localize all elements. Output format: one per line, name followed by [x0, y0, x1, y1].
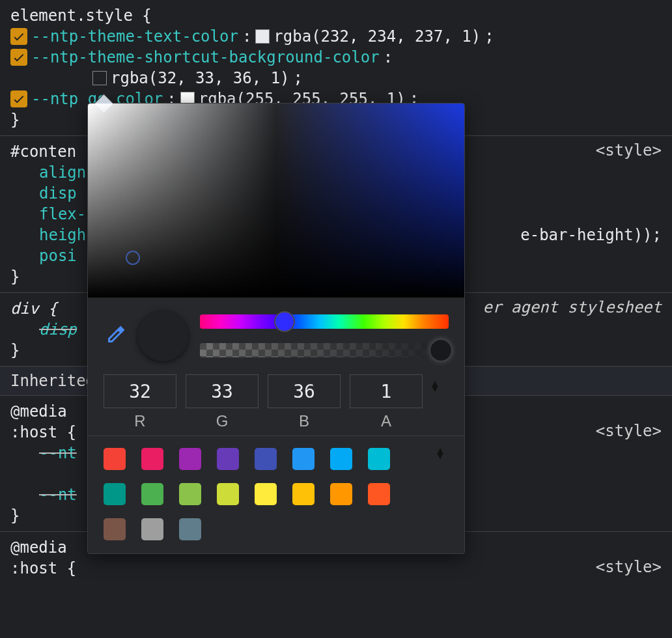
r-label: R [134, 412, 145, 430]
palette-swatch[interactable] [217, 483, 239, 505]
a-label: A [381, 412, 391, 430]
g-input[interactable] [186, 374, 259, 408]
palette-swatch[interactable] [179, 518, 201, 540]
palette-swatch[interactable] [141, 518, 163, 540]
eyedropper-button[interactable] [104, 325, 126, 347]
css-property-name[interactable]: align [39, 163, 86, 182]
css-property-value[interactable]: rgba(232, 234, 237, 1) [273, 27, 481, 46]
palette-swatch[interactable] [255, 448, 277, 470]
palette-swatch[interactable] [104, 518, 126, 540]
g-label: G [216, 412, 229, 430]
palette-swatch[interactable] [179, 483, 201, 505]
selector-label: :host { [10, 423, 76, 441]
palette-swatch[interactable] [368, 448, 390, 470]
a-input[interactable] [350, 374, 423, 408]
css-property-name[interactable]: posi [39, 247, 77, 265]
color-picker: R G B A ▲ ▼ ▲ ▼ [87, 103, 465, 554]
palette-swatch[interactable] [104, 483, 126, 505]
color-swatch[interactable] [92, 71, 107, 85]
property-toggle[interactable] [10, 28, 27, 45]
format-switch[interactable]: ▲ ▼ [432, 381, 449, 391]
hue-slider[interactable] [200, 314, 449, 329]
sv-cursor[interactable] [126, 251, 140, 265]
css-property-name[interactable]: disp [39, 184, 77, 202]
palette-switch[interactable]: ▲ ▼ [437, 448, 443, 458]
selector-label: :host { [10, 559, 76, 577]
selector-label: div { [10, 299, 57, 318]
css-property-name[interactable]: --ntp-theme-text-color [31, 27, 238, 46]
source-link[interactable]: <style> [596, 558, 662, 576]
media-label: @media [10, 402, 67, 421]
palette-swatch[interactable] [330, 483, 352, 505]
palette-swatch[interactable] [292, 448, 315, 470]
rule-brace: } [10, 341, 20, 359]
rule-brace: } [10, 268, 20, 286]
rule-brace: } [10, 506, 20, 525]
b-label: B [299, 412, 309, 430]
css-property-name[interactable]: flex- [39, 205, 86, 223]
chevron-down-icon: ▼ [432, 386, 449, 391]
selector-label: #conten [10, 143, 76, 161]
hue-thumb[interactable] [274, 311, 295, 332]
property-toggle[interactable] [10, 49, 27, 66]
source-link[interactable]: er agent stylesheet [483, 298, 662, 316]
alpha-thumb[interactable] [430, 340, 451, 361]
color-swatch[interactable] [255, 29, 270, 44]
selector-label: element.style { [10, 7, 152, 25]
palette-swatch[interactable] [141, 483, 163, 505]
chevron-down-icon: ▼ [437, 453, 443, 458]
b-input[interactable] [268, 374, 341, 408]
property-toggle[interactable] [10, 90, 27, 107]
source-link[interactable]: <style> [596, 141, 662, 160]
rule-brace: } [10, 111, 20, 129]
palette-swatch[interactable] [179, 448, 201, 470]
saturation-value-field[interactable] [88, 104, 464, 298]
css-property-value[interactable]: rgba(32, 33, 36, 1) [111, 69, 290, 87]
palette-swatch[interactable] [141, 448, 163, 470]
palettes-section: ▲ ▼ [88, 436, 464, 553]
css-property-name[interactable]: --nt [39, 444, 77, 462]
current-color-preview [137, 311, 188, 361]
alpha-slider[interactable] [200, 343, 449, 357]
css-property-name[interactable]: --ntp-theme-shortcut-background-color [31, 48, 380, 66]
palette-swatch[interactable] [368, 483, 390, 505]
css-property-name[interactable]: disp [39, 320, 77, 339]
palette-swatch[interactable] [330, 448, 352, 470]
css-property-name[interactable]: --nt [39, 486, 77, 504]
palette-swatch[interactable] [255, 483, 277, 505]
palette-swatch[interactable] [104, 448, 126, 470]
palette-swatch[interactable] [217, 448, 239, 470]
css-property-name[interactable]: heigh [39, 226, 86, 244]
r-input[interactable] [104, 374, 176, 408]
source-link[interactable]: <style> [596, 422, 662, 440]
media-label: @media [10, 538, 67, 557]
palette-swatch[interactable] [292, 483, 315, 505]
